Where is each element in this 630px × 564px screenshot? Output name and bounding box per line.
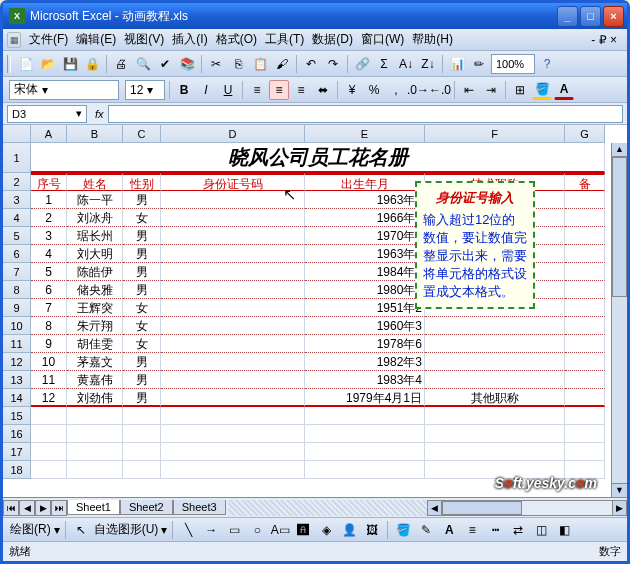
cell-name[interactable]: 朱亓翔 — [67, 317, 123, 335]
cell-title[interactable] — [425, 353, 565, 371]
picture-button[interactable]: 🖼 — [362, 520, 382, 540]
row-header[interactable]: 14 — [3, 389, 31, 407]
borders-button[interactable]: ⊞ — [510, 80, 530, 100]
cell-birth[interactable]: 1978年6 — [305, 335, 425, 353]
cell-birth[interactable]: 1970年8 — [305, 227, 425, 245]
sort-asc-button[interactable]: A↓ — [396, 54, 416, 74]
cell-birth[interactable]: 1984年3 — [305, 263, 425, 281]
3d-button[interactable]: ◧ — [554, 520, 574, 540]
cell-note[interactable] — [565, 353, 605, 371]
menu-format[interactable]: 格式(O) — [212, 29, 261, 50]
cell-id[interactable] — [161, 353, 305, 371]
vertical-scrollbar[interactable]: ▲ ▼ — [611, 143, 627, 497]
cell-sex[interactable]: 男 — [123, 389, 161, 407]
cell-no[interactable]: 4 — [31, 245, 67, 263]
cell-birth[interactable]: 1979年4月1日 — [305, 389, 425, 407]
cell-no[interactable]: 9 — [31, 335, 67, 353]
dec-decimal-button[interactable]: ←.0 — [430, 80, 450, 100]
autosum-button[interactable]: Σ — [374, 54, 394, 74]
dec-indent-button[interactable]: ⇤ — [459, 80, 479, 100]
fill-color-draw-button[interactable]: 🪣 — [393, 520, 413, 540]
col-header-d[interactable]: D — [161, 125, 305, 143]
line-color-button[interactable]: ✎ — [416, 520, 436, 540]
diagram-button[interactable]: ◈ — [316, 520, 336, 540]
cell-id[interactable] — [161, 209, 305, 227]
row-header[interactable]: 6 — [3, 245, 31, 263]
cell-name[interactable]: 茅嘉文 — [67, 353, 123, 371]
row-header[interactable]: 18 — [3, 461, 31, 479]
cell-id[interactable] — [161, 281, 305, 299]
excel-small-icon[interactable]: ▦ — [7, 32, 21, 48]
cell-name[interactable]: 琚长州 — [67, 227, 123, 245]
col-header-c[interactable]: C — [123, 125, 161, 143]
comma-button[interactable]: , — [386, 80, 406, 100]
cell-name[interactable]: 储央雅 — [67, 281, 123, 299]
autoshapes-menu[interactable]: 自选图形(U) — [94, 521, 159, 538]
cell-sex[interactable]: 男 — [123, 191, 161, 209]
callout-box[interactable]: 身份证号输入 输入超过12位的数值，要让数值完整显示出来，需要将单元格的格式设置… — [415, 181, 535, 309]
row-header[interactable]: 7 — [3, 263, 31, 281]
cell-title[interactable] — [425, 335, 565, 353]
undo-button[interactable]: ↶ — [301, 54, 321, 74]
cell-note[interactable] — [565, 209, 605, 227]
preview-button[interactable]: 🔍 — [133, 54, 153, 74]
row-header[interactable]: 13 — [3, 371, 31, 389]
cell-note[interactable] — [565, 371, 605, 389]
inc-indent-button[interactable]: ⇥ — [481, 80, 501, 100]
underline-button[interactable]: U — [218, 80, 238, 100]
help-button[interactable]: ? — [537, 54, 557, 74]
row-header[interactable]: 12 — [3, 353, 31, 371]
menu-view[interactable]: 视图(V) — [120, 29, 168, 50]
cell-no[interactable]: 6 — [31, 281, 67, 299]
col-header-g[interactable]: G — [565, 125, 605, 143]
menu-insert[interactable]: 插入(I) — [168, 29, 211, 50]
tab-sheet2[interactable]: Sheet2 — [120, 500, 173, 515]
cell-name[interactable]: 刘大明 — [67, 245, 123, 263]
formula-input[interactable] — [108, 105, 623, 123]
cut-button[interactable]: ✂ — [206, 54, 226, 74]
cell-no[interactable]: 2 — [31, 209, 67, 227]
print-button[interactable]: 🖨 — [111, 54, 131, 74]
hdr-birth[interactable]: 出生年月 — [305, 173, 425, 191]
cell-birth[interactable]: 1963年2 — [305, 245, 425, 263]
arrow-style-button[interactable]: ⇄ — [508, 520, 528, 540]
align-right-button[interactable]: ≡ — [291, 80, 311, 100]
hdr-no[interactable]: 序号 — [31, 173, 67, 191]
cell-id[interactable] — [161, 317, 305, 335]
open-button[interactable]: 📂 — [38, 54, 58, 74]
title-cell[interactable]: 晓风公司员工花名册 — [31, 143, 605, 173]
cell-sex[interactable]: 男 — [123, 245, 161, 263]
cell-name[interactable]: 刘劲伟 — [67, 389, 123, 407]
font-color-draw-button[interactable]: A — [439, 520, 459, 540]
close-button[interactable]: × — [603, 6, 624, 27]
menu-edit[interactable]: 编辑(E) — [72, 29, 120, 50]
col-header-a[interactable]: A — [31, 125, 67, 143]
menu-help[interactable]: 帮助(H) — [408, 29, 457, 50]
menu-data[interactable]: 数据(D) — [308, 29, 357, 50]
tab-sheet3[interactable]: Sheet3 — [173, 500, 226, 515]
inc-decimal-button[interactable]: .0→ — [408, 80, 428, 100]
cell-no[interactable]: 7 — [31, 299, 67, 317]
row-header-2[interactable]: 2 — [3, 173, 31, 191]
name-box[interactable]: D3▾ — [7, 105, 87, 123]
cell-id[interactable] — [161, 245, 305, 263]
wordart-button[interactable]: 🅰 — [293, 520, 313, 540]
tab-next-button[interactable]: ▶ — [35, 500, 51, 516]
cell-id[interactable] — [161, 299, 305, 317]
tab-prev-button[interactable]: ◀ — [19, 500, 35, 516]
tab-last-button[interactable]: ⏭ — [51, 500, 67, 516]
cell-sex[interactable]: 女 — [123, 335, 161, 353]
menu-tools[interactable]: 工具(T) — [261, 29, 308, 50]
italic-button[interactable]: I — [196, 80, 216, 100]
row-header[interactable]: 10 — [3, 317, 31, 335]
drawing-button[interactable]: ✏ — [469, 54, 489, 74]
cell-note[interactable] — [565, 335, 605, 353]
hyperlink-button[interactable]: 🔗 — [352, 54, 372, 74]
save-button[interactable]: 💾 — [60, 54, 80, 74]
oval-button[interactable]: ○ — [247, 520, 267, 540]
cell-note[interactable] — [565, 317, 605, 335]
cell-name[interactable]: 陈一平 — [67, 191, 123, 209]
minimize-button[interactable]: _ — [557, 6, 578, 27]
cell-title[interactable] — [425, 317, 565, 335]
tab-sheet1[interactable]: Sheet1 — [67, 500, 120, 515]
